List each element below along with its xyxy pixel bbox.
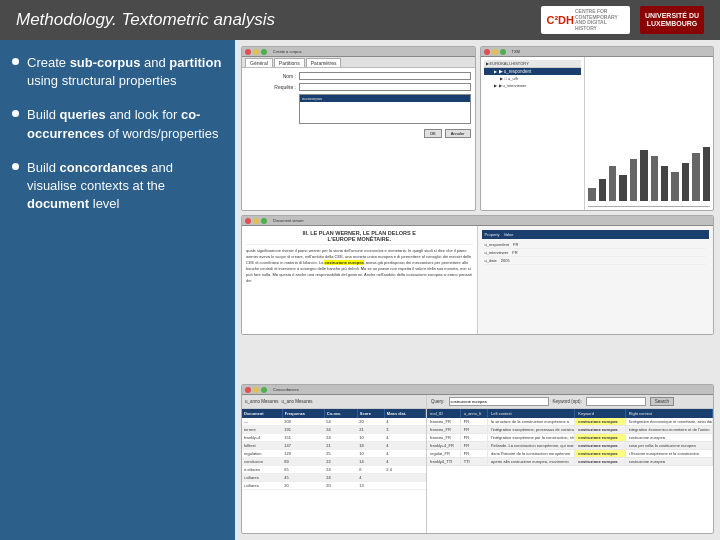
- bullet-build-concordances: Build concordances and visualise context…: [12, 159, 223, 214]
- bar-1: [588, 188, 595, 201]
- table-row[interactable]: conclusion8922144: [242, 458, 426, 466]
- maximize-btn-3: [261, 218, 267, 224]
- table-row[interactable]: e-ciliares652462.4: [242, 466, 426, 474]
- concordance-table: nod_ID u_anno_fr Left context Keyword Ri…: [427, 409, 713, 466]
- concordance-row[interactable]: regulat_FR FR dans l'histoire de la cons…: [427, 450, 713, 458]
- tree-item-interviewer[interactable]: ▶ u_interviewer: [484, 82, 582, 89]
- uni-text: UNIVERSITÉ DULUXEMBOURG: [645, 12, 699, 29]
- corpus-list[interactable]: eurocorpus: [299, 94, 471, 124]
- ss3-body: III. LE PLAN WERNER, LE PLAN DELORS EL'E…: [242, 226, 713, 334]
- name-label: Nom :: [246, 73, 296, 79]
- page-title: Methodology. Textometric analysis: [16, 10, 275, 30]
- c2dh-logo: C²DH CENTRE FOR CONTEMPORARY AND DIGITAL…: [541, 6, 630, 34]
- document-title: III. LE PLAN WERNER, LE PLAN DELORS EL'E…: [246, 230, 473, 245]
- minimize-btn-2: [492, 49, 498, 55]
- maximize-btn-2: [500, 49, 506, 55]
- tab-partitions[interactable]: Partitions: [274, 58, 305, 67]
- search-button[interactable]: Search: [650, 397, 674, 406]
- keyword-input[interactable]: [586, 397, 646, 406]
- table-row[interactable]: torrent19134213: [242, 426, 426, 434]
- col-anno-fr: u_anno_fr: [460, 409, 487, 418]
- maximize-btn-4: [261, 387, 267, 393]
- col-document: Document: [242, 409, 282, 418]
- ss4-window-title: Concordances: [273, 387, 299, 392]
- prop-row-3: u_date2005: [485, 257, 707, 265]
- bar-chart: [588, 137, 710, 207]
- col-left: Left context: [487, 409, 574, 418]
- cancel-button[interactable]: Annuler: [445, 129, 471, 138]
- screenshot-create-corpus: Create a corpus Général Partitions Param…: [241, 46, 476, 211]
- ss4-left-toolbar: u_anno Mesures u_ano Mesures: [242, 395, 426, 409]
- tree-item-respondent[interactable]: ▶ u_respondent: [484, 68, 582, 75]
- c2dh-subtitle: CENTRE FOR CONTEMPORARY AND DIGITAL HIST…: [575, 9, 625, 31]
- concordance-row[interactable]: franceu_FR FR l'intégration européenne, …: [427, 426, 713, 434]
- minimize-btn-3: [253, 218, 259, 224]
- bar-3: [609, 166, 616, 201]
- col-freq: Frequenza: [282, 409, 324, 418]
- bar-9: [671, 172, 678, 201]
- bullet-text-2: Build queries and look for co-occurrence…: [27, 106, 223, 142]
- screenshot-document: Document viewer III. LE PLAN WERNER, LE …: [241, 215, 714, 335]
- ss3-properties-panel: Property Value u_respondentFR u_intervie…: [478, 226, 714, 334]
- ss2-tree: ▶ EUROKALI-HISTORY ▶ u_respondent □ u_u/…: [481, 57, 586, 210]
- ok-button[interactable]: OK: [424, 129, 442, 138]
- col-nod-id: nod_ID: [427, 409, 460, 418]
- concordance-row[interactable]: franceu_FR FR la structure de la constru…: [427, 418, 713, 426]
- minimize-btn-4: [253, 387, 259, 393]
- ss2-title: TXM: [512, 49, 520, 54]
- uni-logo: UNIVERSITÉ DULUXEMBOURG: [640, 6, 704, 34]
- bar-12: [703, 147, 710, 201]
- close-btn-2: [484, 49, 490, 55]
- concordance-row[interactable]: frankly4_TTI TTI aperto alla costruzione…: [427, 458, 713, 466]
- ss4-body: u_anno Mesures u_ano Mesures Document Fr…: [242, 395, 713, 533]
- ss3-window-title: Document viewer: [273, 218, 304, 223]
- bar-4: [619, 175, 626, 201]
- bar-2: [599, 179, 606, 201]
- col-score: Score: [357, 409, 384, 418]
- ss1-titlebar: Create a corpus: [242, 47, 475, 57]
- ss3-prop-header: Property Value: [482, 230, 710, 239]
- table-row[interactable]: regulation12025104: [242, 450, 426, 458]
- bar-11: [692, 153, 699, 201]
- ss3-titlebar: Document viewer: [242, 216, 713, 226]
- title-italic: Textometric analysis: [122, 10, 275, 29]
- left-toolbar-label: u_anno Mesures: [245, 399, 279, 404]
- bar-8: [661, 166, 668, 201]
- tab-params[interactable]: Paramètres: [306, 58, 342, 67]
- ss1-form: Nom : Requête : eurocorpus OK Annuler: [242, 68, 475, 142]
- main-content: Create sub-corpus and partition using st…: [0, 40, 720, 540]
- close-btn-4: [245, 387, 251, 393]
- concordance-table-wrapper: nod_ID u_anno_fr Left context Keyword Ri…: [427, 409, 713, 533]
- query-label: Requête :: [246, 84, 296, 90]
- table-row[interactable]: —20054204: [242, 418, 426, 426]
- table-row[interactable]: i-ciliares45244: [242, 474, 426, 482]
- concordance-row[interactable]: frankly+4_FR FR Finlande. La constructio…: [427, 442, 713, 450]
- header: Methodology. Textometric analysis C²DH C…: [0, 0, 720, 40]
- minimize-btn: [253, 49, 259, 55]
- left-frequency-table: Document Frequenza Co-occ. Score Mean di…: [242, 409, 426, 490]
- tab-general[interactable]: Général: [245, 58, 273, 67]
- concordance-row[interactable]: franceu_FR FR l'intégration européenne p…: [427, 434, 713, 442]
- ss4-right-toolbar: Query: costruzione europea Keyword (opt)…: [427, 395, 713, 409]
- logos-area: C²DH CENTRE FOR CONTEMPORARY AND DIGITAL…: [541, 6, 704, 34]
- name-input[interactable]: [299, 72, 471, 80]
- screenshot-concordances: Concordances u_anno Mesures u_ano Mesure…: [241, 384, 714, 534]
- query-input[interactable]: [299, 83, 471, 91]
- tree-item-u-fr[interactable]: □ u_u/fr: [484, 75, 582, 82]
- prop-col-key: Property: [485, 232, 500, 237]
- text-highlight: costruzione europea: [324, 260, 363, 265]
- screenshots-panel: Create a corpus Général Partitions Param…: [235, 40, 720, 540]
- query-input-display[interactable]: costruzione europea: [449, 397, 549, 406]
- maximize-btn: [261, 49, 267, 55]
- table-row[interactable]: i-ciliares202013: [242, 482, 426, 490]
- ss4-titlebar: Concordances: [242, 385, 713, 395]
- keyword-label: Keyword (opt):: [553, 399, 582, 404]
- col-dist: Mean dist.: [384, 409, 425, 418]
- form-row-query: Requête :: [246, 83, 471, 91]
- table-row[interactable]: fulltext14721184: [242, 442, 426, 450]
- form-row-name: Nom :: [246, 72, 471, 80]
- close-btn: [245, 49, 251, 55]
- table-row[interactable]: frankly+415124104: [242, 434, 426, 442]
- list-item-eurocorpus[interactable]: eurocorpus: [300, 95, 470, 102]
- form-row-list: eurocorpus: [246, 94, 471, 124]
